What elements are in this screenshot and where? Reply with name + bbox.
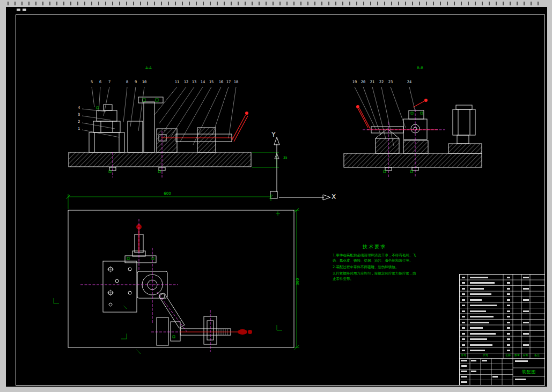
front-view xyxy=(69,87,279,177)
dimension-label: 35 xyxy=(283,156,288,159)
part-callout: 6 xyxy=(99,80,101,84)
drawing-name: 装配图 xyxy=(522,370,536,374)
part-callout: 11 xyxy=(175,80,179,84)
part-callout: 14 xyxy=(201,80,205,84)
part-callout: 23 xyxy=(388,80,393,84)
part-callout: 3 xyxy=(78,113,80,117)
bom-header: 代号 xyxy=(483,354,488,357)
bom-header: 材料 xyxy=(523,354,528,357)
bom-header: 名称 xyxy=(505,354,511,357)
part-callout: 24 xyxy=(407,80,411,84)
bom-header: 备注 xyxy=(534,354,540,357)
part-callout: 13 xyxy=(192,80,196,84)
part-callout: 19 xyxy=(352,80,357,84)
part-callout: 2 xyxy=(78,120,80,124)
drawing-linework xyxy=(0,0,552,392)
part-callout: 22 xyxy=(379,80,384,84)
dimension-label: 360 xyxy=(296,278,300,285)
section-label: A-A xyxy=(145,66,152,70)
bom-header: 数量 xyxy=(514,354,520,357)
part-callout: 20 xyxy=(361,80,365,84)
part-callout: 16 xyxy=(219,80,223,84)
section-label: B-B xyxy=(417,66,423,70)
side-view xyxy=(344,87,482,177)
part-callout: 7 xyxy=(108,80,111,84)
tech-requirements: 技术要求 1.零件在装配前必须清理和清洗干净，不得有毛刺、飞边、氧化皮、锈蚀、切… xyxy=(333,243,416,283)
part-callout: 17 xyxy=(226,80,231,84)
part-callout: 12 xyxy=(184,80,188,84)
tech-requirements-line: 3.拧紧螺栓时用力应均匀，按规定的拧紧力矩拧紧，防止零件变形。 xyxy=(333,271,416,282)
part-callout: 9 xyxy=(135,80,137,84)
axis-label-y: Y xyxy=(271,131,275,138)
part-callout: 18 xyxy=(234,80,238,84)
part-callout: 21 xyxy=(370,80,374,84)
part-callout: 10 xyxy=(142,80,146,84)
part-callout: 8 xyxy=(126,80,128,84)
cad-window: 5 6 7 8 9 10 11 12 13 14 15 16 17 18 4 3… xyxy=(0,0,552,392)
tech-requirements-line: 1.零件在装配前必须清理和清洗干净，不得有毛刺、飞边、氧化皮、锈蚀、切屑、油污、… xyxy=(333,253,416,263)
bom-header: 序号 xyxy=(461,354,466,357)
plan-view xyxy=(54,194,299,354)
tech-requirements-line: 2.装配过程中零件不得磕碰、划伤和锈蚀。 xyxy=(333,264,416,270)
axis-label-x: X xyxy=(332,194,336,200)
axes xyxy=(270,137,330,200)
part-callout: 4 xyxy=(78,106,80,110)
bom-text-marks xyxy=(461,277,529,383)
part-callout: 15 xyxy=(209,80,214,84)
tech-requirements-title: 技术要求 xyxy=(333,243,416,250)
title-block xyxy=(460,275,545,386)
part-callout: 5 xyxy=(91,80,93,84)
dimension-label: 600 xyxy=(164,192,171,196)
part-callout: 1 xyxy=(78,127,80,131)
